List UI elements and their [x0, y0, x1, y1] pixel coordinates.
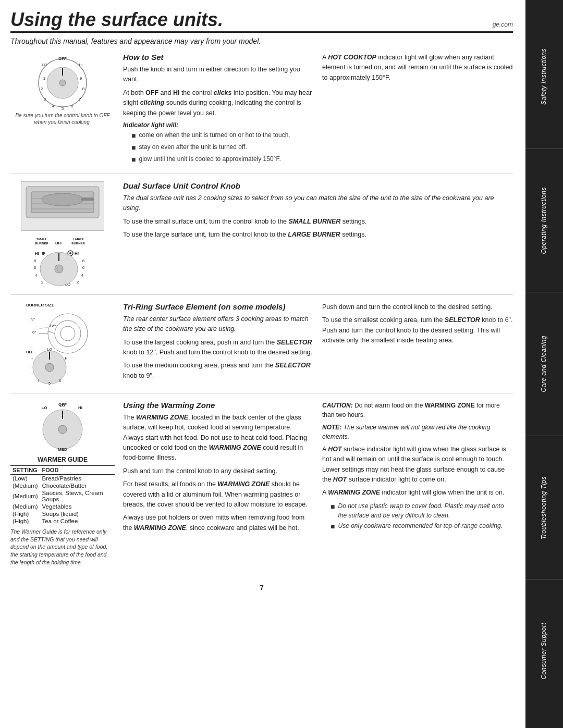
warming-zone-knob: LO LO OFF HI MED [34, 401, 91, 453]
svg-text:HI: HI [78, 405, 82, 410]
bullet-2: ■ stay on even after the unit is turned … [131, 142, 314, 153]
bullet-3: ■ glow until the unit is cooled to appro… [131, 154, 314, 165]
svg-text:LO: LO [47, 348, 52, 351]
stove-image [21, 181, 104, 231]
how-to-set-para1: Push the knob in and turn in either dire… [123, 65, 314, 85]
dual-knob-svg: SMALL BURNER LARGE BURNER OFF HI HI [29, 235, 96, 287]
warmer-guide-table: SETTING FOOD (Low)Bread/Pastries(Medium)… [10, 465, 115, 525]
sidebar-label-consumer: Consumer Support [540, 623, 548, 680]
knob-caption-1: Be sure you turn the control knob to OFF… [10, 112, 115, 126]
svg-point-44 [55, 265, 63, 273]
tri-ring-heading: Tri-Ring Surface Element (on some models… [123, 302, 314, 311]
svg-point-29 [42, 252, 45, 255]
page-url: ge.com [493, 21, 513, 29]
svg-rect-22 [81, 198, 94, 201]
dual-surface-right: Dual Surface Unit Control Knob The dual … [123, 181, 513, 287]
svg-text:5: 5 [48, 381, 51, 385]
page-title: Using the surface units. [10, 10, 223, 29]
warmer-guide-col2: FOOD [40, 465, 115, 474]
warmer-guide-row: (High)Soups (liquid) [10, 510, 115, 517]
sidebar-section-operating[interactable]: Operating Instructions [525, 149, 563, 293]
dual-knob: SMALL BURNER LARGE BURNER OFF HI HI [29, 235, 96, 287]
svg-text:~: ~ [31, 372, 33, 376]
svg-text:6: 6 [59, 379, 61, 382]
svg-text:HI: HI [65, 356, 69, 360]
knob-diagram-1: OFF LO HI 1 2 3 4 5 6 7 8 9 [10, 53, 115, 126]
warmer-guide-note: The Warmer Guide is for reference only a… [10, 528, 115, 566]
svg-text:OFF: OFF [58, 402, 67, 407]
dual-surface-heading: Dual Surface Unit Control Knob [123, 181, 513, 190]
svg-text:OFF: OFF [58, 56, 67, 61]
sidebar-label-safety: Safety Instructions [540, 48, 548, 105]
warming-zone-col1: Using the Warming Zone The WARMING ZONE,… [123, 401, 314, 536]
warming-bullet-2: ■ Use only cookware recommended for top-… [331, 521, 513, 532]
sidebar: Safety Instructions Operating Instructio… [525, 0, 563, 728]
svg-line-53 [36, 327, 48, 329]
warming-zone-indicator: A WARMING ZONE indicator light will glow… [322, 488, 513, 498]
svg-text:OFF: OFF [55, 241, 63, 245]
sidebar-section-consumer[interactable]: Consumer Support [525, 579, 563, 723]
stove-svg [23, 184, 102, 228]
svg-point-31 [69, 252, 71, 254]
svg-text:~: ~ [66, 372, 68, 376]
warming-zone-right: Using the Warming Zone The WARMING ZONE,… [123, 401, 513, 566]
how-to-set-left: OFF LO HI 1 2 3 4 5 6 7 8 9 [10, 53, 115, 166]
svg-text:8: 8 [82, 87, 85, 91]
svg-text:9": 9" [31, 317, 35, 322]
warmer-setting: (High) [10, 517, 40, 525]
svg-text:6": 6" [32, 330, 36, 335]
svg-text:SMALL: SMALL [36, 238, 47, 241]
warming-zone-heading: Using the Warming Zone [123, 401, 314, 410]
warming-zone-para2: Push and turn the control knob to any de… [123, 466, 314, 476]
warmer-guide-row: (Medium)Chocolate/Butter [10, 482, 115, 489]
svg-text:9: 9 [80, 76, 82, 81]
svg-point-15 [59, 80, 66, 86]
control-knob-svg: OFF LO HI 1 2 3 4 5 6 7 8 9 [34, 53, 91, 110]
svg-text:~: ~ [68, 364, 70, 368]
warming-bullet-icon-1: ■ [331, 501, 335, 520]
sidebar-section-care[interactable]: Care and Cleaning [525, 292, 563, 436]
warming-zone-left: LO LO OFF HI MED [10, 401, 115, 566]
warmer-setting: (High) [10, 510, 40, 517]
svg-point-57 [45, 363, 54, 372]
tri-ring-col1: Tri-Ring Surface Element (on some models… [123, 302, 314, 384]
svg-text:HI: HI [35, 251, 39, 256]
warmer-setting: (Medium) [10, 489, 40, 503]
svg-text:~: ~ [29, 364, 31, 368]
svg-text:4: 4 [38, 379, 40, 382]
sidebar-section-safety[interactable]: Safety Instructions [525, 5, 563, 149]
how-to-set-right: How to Set Push the knob in and turn in … [123, 53, 513, 166]
warming-zone-para1: The WARMING ZONE, located in the back ce… [123, 413, 314, 463]
warming-zone-para4: Always use pot holders or oven mitts whe… [123, 513, 314, 533]
dual-surface-para1: To use the small surface unit, turn the … [123, 217, 513, 227]
warmer-food: Vegetables [40, 503, 115, 510]
bullet-icon-3: ■ [131, 154, 136, 165]
bullet-icon-1: ■ [131, 130, 136, 141]
sidebar-section-troubleshooting[interactable]: Troubleshooting Tips [525, 436, 563, 580]
svg-text:LARGE: LARGE [73, 238, 84, 241]
warming-knob-svg: LO LO OFF HI MED [34, 401, 91, 453]
tri-ring-left: BURNER SIZE 9" 6" 12" [10, 302, 115, 386]
warmer-setting: (Medium) [10, 503, 40, 510]
warmer-food: Tea or Coffee [40, 517, 115, 525]
dual-surface-left: SMALL BURNER LARGE BURNER OFF HI HI [10, 181, 115, 287]
svg-text:4: 4 [81, 273, 84, 278]
how-to-set-para2: At both OFF and HI the control clicks in… [123, 88, 314, 118]
dual-surface-section: SMALL BURNER LARGE BURNER OFF HI HI [10, 181, 513, 295]
warmer-guide-row: (Low)Bread/Pastries [10, 474, 115, 482]
svg-text:~: ~ [31, 356, 33, 360]
indicator-label: Indicator light will: [123, 121, 314, 129]
warmer-food: Chocolate/Butter [40, 482, 115, 489]
svg-text:2: 2 [77, 280, 79, 285]
warming-bullet-1: ■ Do not use plastic wrap to cover food.… [331, 501, 513, 520]
how-to-set-col2: A HOT COOKTOP indicator light will glow … [322, 53, 513, 166]
tri-ring-right-para1: Push down and turn the control knob to t… [322, 302, 513, 312]
how-to-set-heading: How to Set [123, 53, 314, 61]
warming-zone-para3: For best results, all foods on the WARMI… [123, 479, 314, 510]
warmer-guide-row: (High)Tea or Coffee [10, 517, 115, 525]
svg-text:4: 4 [52, 104, 55, 108]
how-to-set-col1: How to Set Push the knob in and turn in … [123, 53, 314, 166]
bullet-1: ■ come on when the unit is turned on or … [131, 130, 314, 141]
svg-text:2: 2 [41, 280, 44, 285]
warming-bullet-icon-2: ■ [331, 521, 335, 532]
